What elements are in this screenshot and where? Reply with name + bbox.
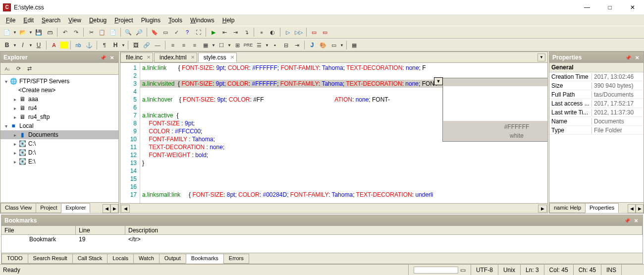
refresh-icon[interactable]: ⟳ bbox=[13, 64, 23, 74]
fast-forward-icon[interactable]: ▷▷ bbox=[294, 27, 304, 37]
menu-debug[interactable]: Debug bbox=[85, 16, 110, 25]
status-eol[interactable]: Unix bbox=[498, 265, 520, 275]
scroll-right-icon[interactable]: ▶ bbox=[538, 205, 547, 213]
paste-icon[interactable]: 📄 bbox=[108, 27, 118, 37]
open-file-icon[interactable]: 📂 bbox=[18, 27, 28, 37]
record-icon[interactable]: ● bbox=[257, 27, 267, 37]
tab-scroll-right-icon[interactable]: ▶ bbox=[636, 204, 644, 213]
dl-icon[interactable]: ⊟ bbox=[281, 40, 291, 50]
editor-tab-file-inc[interactable]: file.inc✕ bbox=[120, 53, 153, 62]
save-icon[interactable]: 💾 bbox=[34, 27, 44, 37]
panel-close-icon[interactable]: ✕ bbox=[108, 54, 115, 61]
heading-icon[interactable]: H bbox=[110, 40, 120, 50]
tab-class-view[interactable]: Class View bbox=[0, 203, 36, 213]
col-file[interactable]: File bbox=[1, 226, 76, 234]
tab-close-icon[interactable]: ✕ bbox=[230, 55, 234, 60]
indent-icon[interactable]: ⇥ bbox=[292, 40, 302, 50]
maximize-button[interactable]: □ bbox=[598, 0, 621, 15]
step-icon[interactable]: ↴ bbox=[241, 27, 251, 37]
run-icon[interactable]: ▶ bbox=[209, 27, 218, 37]
font-color-icon[interactable]: A bbox=[49, 40, 59, 50]
fullscreen-icon[interactable]: ⛶ bbox=[193, 27, 203, 37]
table-icon[interactable]: ▦ bbox=[201, 40, 211, 50]
property-row[interactable]: Creation Time2017, 13:02:46 bbox=[549, 72, 644, 81]
js-icon[interactable]: J bbox=[307, 40, 317, 50]
align-right-icon[interactable]: ≡ bbox=[190, 40, 200, 50]
find-icon[interactable]: 🔍 bbox=[123, 27, 133, 37]
code-editor[interactable]: 1234567891011121314151617 a.link:link { … bbox=[120, 63, 547, 203]
copy-icon[interactable]: 📋 bbox=[97, 27, 107, 37]
status-ins[interactable]: INS bbox=[601, 265, 621, 275]
property-row[interactable]: TypeFile Folder bbox=[549, 126, 644, 135]
tree-drive-c[interactable]: ▸💽 C:\ bbox=[0, 139, 118, 148]
tab-close-icon[interactable]: ✕ bbox=[191, 55, 195, 60]
property-row[interactable]: Size390 940 bytes) bbox=[549, 81, 644, 90]
li-icon[interactable]: • bbox=[270, 40, 280, 50]
col-description[interactable]: Description bbox=[125, 226, 643, 234]
menu-plugins[interactable]: Plugins bbox=[137, 16, 164, 25]
anchor-icon[interactable]: ⚓ bbox=[84, 40, 94, 50]
close-all-icon[interactable]: ▭ bbox=[320, 27, 330, 37]
tab-dropdown-icon[interactable]: ▼ bbox=[537, 54, 545, 61]
highlight-icon[interactable] bbox=[60, 42, 68, 49]
find-replace-icon[interactable]: 🔎 bbox=[134, 27, 144, 37]
tree-server[interactable]: ▸🖥 ru4 bbox=[0, 104, 118, 112]
col-line[interactable]: Line bbox=[76, 226, 125, 234]
tree-create-new[interactable]: <Create new> bbox=[0, 86, 118, 95]
align-center-icon[interactable]: ≡ bbox=[179, 40, 189, 50]
pin-icon[interactable]: 📌 bbox=[624, 217, 631, 224]
property-row[interactable]: Last access ...2017, 17:52:17 bbox=[549, 99, 644, 108]
tab-explorer[interactable]: Explorer bbox=[61, 203, 90, 213]
property-row[interactable]: Last write Ti...2012, 11:37:30 bbox=[549, 108, 644, 117]
sync-icon[interactable]: ⇄ bbox=[24, 64, 34, 74]
css-icon[interactable]: 🎨 bbox=[318, 40, 328, 50]
scroll-left-icon[interactable]: ◀ bbox=[121, 205, 130, 213]
tab-project[interactable]: Project bbox=[36, 203, 61, 213]
menu-project[interactable]: Project bbox=[110, 16, 137, 25]
menu-file[interactable]: File bbox=[2, 16, 19, 25]
undo-icon[interactable]: ↶ bbox=[60, 27, 70, 37]
tab-todo[interactable]: TODO bbox=[1, 254, 28, 264]
nbsp-icon[interactable]: nb bbox=[73, 40, 83, 50]
menu-windows[interactable]: Windows bbox=[186, 16, 218, 25]
save-all-icon[interactable]: 🗃 bbox=[45, 27, 54, 37]
menu-view[interactable]: View bbox=[64, 16, 85, 25]
table-row[interactable]: Bookmark 19 </tr> bbox=[1, 235, 643, 244]
sort-az-icon[interactable]: A↓ bbox=[2, 64, 12, 74]
spell-icon[interactable]: ✓ bbox=[171, 27, 181, 37]
indent-left-icon[interactable]: ⇤ bbox=[219, 27, 229, 37]
tab-scroll-right-icon[interactable]: ▶ bbox=[110, 204, 118, 213]
close-doc-icon[interactable]: ▭ bbox=[309, 27, 319, 37]
tab-scroll-left-icon[interactable]: ◀ bbox=[628, 204, 636, 213]
tree-drive-d[interactable]: ▸💽 D:\ bbox=[0, 148, 118, 157]
pin-icon[interactable]: 📌 bbox=[625, 54, 632, 61]
stop-record-icon[interactable]: ◐ bbox=[268, 27, 277, 37]
form-icon[interactable]: ☐ bbox=[216, 40, 226, 50]
image-icon[interactable]: 🖼 bbox=[131, 40, 141, 50]
property-row[interactable]: NameDocuments bbox=[549, 117, 644, 126]
help-icon[interactable]: ? bbox=[182, 27, 192, 37]
list-ul-icon[interactable]: ☰ bbox=[254, 40, 264, 50]
tree-local-root[interactable]: ▾■ Local bbox=[0, 121, 118, 130]
link-icon[interactable]: 🔗 bbox=[142, 40, 152, 50]
redo-icon[interactable]: ↷ bbox=[71, 27, 81, 37]
indent-right-icon[interactable]: ⇥ bbox=[230, 27, 240, 37]
window-icon[interactable]: ▭ bbox=[161, 27, 170, 37]
tab-dynamic-help[interactable]: namic Help bbox=[549, 203, 586, 213]
frame-icon[interactable]: ▭ bbox=[329, 40, 339, 50]
tree-drive-e[interactable]: ▸💽 E:\ bbox=[0, 157, 118, 166]
file-tree[interactable]: ▾🌐 FTP/SFTP Servers <Create new> ▸🖥 aaa … bbox=[0, 75, 118, 202]
cut-icon[interactable]: ✂ bbox=[86, 27, 96, 37]
bookmarks-table[interactable]: File Line Description Bookmark 19 </tr> bbox=[1, 226, 643, 253]
panel-close-icon[interactable]: ✕ bbox=[633, 217, 640, 224]
tab-output[interactable]: Output bbox=[159, 254, 186, 264]
tab-errors[interactable]: Errors bbox=[223, 254, 249, 264]
tab-call-stack[interactable]: Call Stack bbox=[72, 254, 108, 264]
paragraph-icon[interactable]: ¶ bbox=[100, 40, 109, 50]
play-icon[interactable]: ▷ bbox=[283, 27, 293, 37]
tab-scroll-left-icon[interactable]: ◀ bbox=[103, 204, 110, 213]
tab-bookmarks[interactable]: Bookmarks bbox=[186, 254, 224, 264]
tab-close-icon[interactable]: ✕ bbox=[147, 55, 151, 60]
menu-tools[interactable]: Tools bbox=[164, 16, 186, 25]
toggle-bookmark-icon[interactable]: 🔖 bbox=[150, 27, 160, 37]
